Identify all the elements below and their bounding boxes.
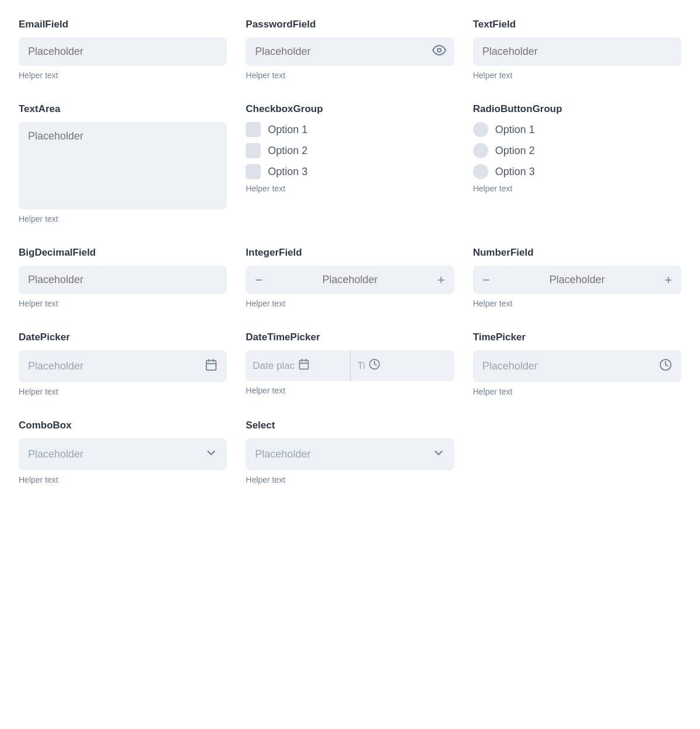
time-picker-label: TimePicker [473, 332, 681, 343]
time-picker-wrapper: Placeholder [473, 350, 681, 382]
textarea-field-group: TextArea Helper text [19, 103, 227, 224]
date-picker-group: DatePicker Placeholder Helper text [19, 332, 227, 396]
email-helper-text: Helper text [19, 71, 227, 80]
checkbox-label-1: Option 1 [268, 124, 307, 136]
password-field-group: PasswordField Helper text [246, 19, 454, 80]
datetime-time-part[interactable]: Ti [351, 350, 454, 381]
radio-label-1: Option 1 [495, 124, 535, 136]
number-decrement-button[interactable]: − [480, 268, 492, 292]
date-picker-wrapper: Placeholder [19, 350, 227, 382]
checkbox-group-options: Option 1 Option 2 Option 3 [246, 122, 454, 179]
checkbox-label-2: Option 2 [268, 145, 307, 157]
integer-field-group: IntegerField − + Helper text [246, 247, 454, 308]
text-field-group: TextField Helper text [473, 19, 681, 80]
number-increment-button[interactable]: + [662, 268, 674, 292]
integer-decrement-button[interactable]: − [253, 268, 265, 292]
number-field-label: NumberField [473, 247, 681, 259]
integer-helper-text: Helper text [246, 299, 454, 308]
datetime-picker-helper-text: Helper text [246, 386, 454, 395]
date-picker-placeholder: Placeholder [28, 360, 200, 372]
checkbox-group-label: CheckboxGroup [246, 103, 454, 115]
eye-icon[interactable] [432, 43, 446, 60]
clock-icon[interactable] [659, 358, 672, 374]
checkbox-box-2 [246, 143, 261, 158]
radio-circle-3 [473, 164, 488, 179]
radio-label-2: Option 2 [495, 145, 535, 157]
checkbox-box-3 [246, 164, 261, 179]
combobox-field-label: ComboBox [19, 420, 227, 431]
email-input[interactable] [19, 37, 227, 66]
radio-group-field: RadioButtonGroup Option 1 Option 2 Optio… [473, 103, 681, 224]
textarea-field-label: TextArea [19, 103, 227, 115]
datetime-date-part[interactable]: Date plac [246, 350, 350, 381]
checkbox-helper-text: Helper text [246, 184, 454, 193]
bigdecimal-input[interactable] [19, 266, 227, 294]
checkbox-label-3: Option 3 [268, 166, 307, 178]
password-input-wrapper [246, 37, 454, 66]
calendar-icon[interactable] [205, 358, 218, 374]
combobox-wrapper[interactable]: Placeholder [19, 438, 227, 470]
text-input[interactable] [473, 37, 681, 66]
svg-point-0 [438, 48, 441, 52]
text-helper-text: Helper text [473, 71, 681, 80]
integer-input[interactable] [265, 266, 435, 294]
radio-circle-2 [473, 143, 488, 158]
radio-label-3: Option 3 [495, 166, 535, 178]
empty-cell [473, 420, 681, 484]
date-picker-label: DatePicker [19, 332, 227, 343]
radio-item-1[interactable]: Option 1 [473, 122, 681, 137]
time-picker-placeholder: Placeholder [482, 360, 654, 372]
radio-group-label: RadioButtonGroup [473, 103, 681, 115]
datetime-calendar-icon[interactable] [298, 358, 310, 373]
number-stepper-wrapper: − + [473, 266, 681, 294]
checkbox-item-1[interactable]: Option 1 [246, 122, 454, 137]
radio-helper-text: Helper text [473, 184, 681, 193]
email-field-group: EmailField Helper text [19, 19, 227, 80]
radio-item-2[interactable]: Option 2 [473, 143, 681, 158]
number-field-group: NumberField − + Helper text [473, 247, 681, 308]
datetime-picker-label: DateTimePicker [246, 332, 454, 343]
password-field-label: PasswordField [246, 19, 454, 30]
select-chevron-icon [432, 447, 445, 462]
password-helper-text: Helper text [246, 71, 454, 80]
radio-circle-1 [473, 122, 488, 137]
integer-stepper-wrapper: − + [246, 266, 454, 294]
time-picker-group: TimePicker Placeholder Helper text [473, 332, 681, 396]
textarea-helper-text: Helper text [19, 214, 227, 224]
bigdecimal-field-group: BigDecimalField Helper text [19, 247, 227, 308]
number-input[interactable] [492, 266, 663, 294]
datetime-picker-wrapper: Date plac Ti [246, 350, 454, 381]
radio-item-3[interactable]: Option 3 [473, 164, 681, 179]
checkbox-box-1 [246, 122, 261, 137]
checkbox-item-2[interactable]: Option 2 [246, 143, 454, 158]
checkbox-group-field: CheckboxGroup Option 1 Option 2 Option 3… [246, 103, 454, 224]
email-input-wrapper [19, 37, 227, 66]
bigdecimal-field-label: BigDecimalField [19, 247, 227, 259]
bigdecimal-input-wrapper [19, 266, 227, 294]
select-placeholder: Placeholder [255, 448, 432, 461]
radio-group-options: Option 1 Option 2 Option 3 [473, 122, 681, 179]
datetime-date-placeholder: Date plac [253, 360, 295, 372]
select-helper-text: Helper text [246, 475, 454, 484]
date-picker-helper-text: Helper text [19, 387, 227, 396]
text-field-label: TextField [473, 19, 681, 30]
integer-increment-button[interactable]: + [435, 268, 447, 292]
select-wrapper[interactable]: Placeholder [246, 438, 454, 470]
svg-rect-5 [300, 360, 309, 369]
combobox-chevron-icon [205, 447, 218, 462]
bigdecimal-helper-text: Helper text [19, 299, 227, 308]
email-field-label: EmailField [19, 19, 227, 30]
select-field-group: Select Placeholder Helper text [246, 420, 454, 484]
combobox-placeholder: Placeholder [28, 448, 205, 461]
component-grid: EmailField Helper text PasswordField Hel… [19, 19, 681, 484]
datetime-time-placeholder: Ti [358, 360, 366, 372]
integer-field-label: IntegerField [246, 247, 454, 259]
svg-rect-1 [206, 361, 216, 371]
time-picker-helper-text: Helper text [473, 387, 681, 396]
datetime-clock-icon[interactable] [369, 358, 380, 373]
combobox-field-group: ComboBox Placeholder Helper text [19, 420, 227, 484]
combobox-helper-text: Helper text [19, 475, 227, 484]
checkbox-item-3[interactable]: Option 3 [246, 164, 454, 179]
password-input[interactable] [246, 37, 454, 66]
textarea-input[interactable] [19, 122, 227, 210]
